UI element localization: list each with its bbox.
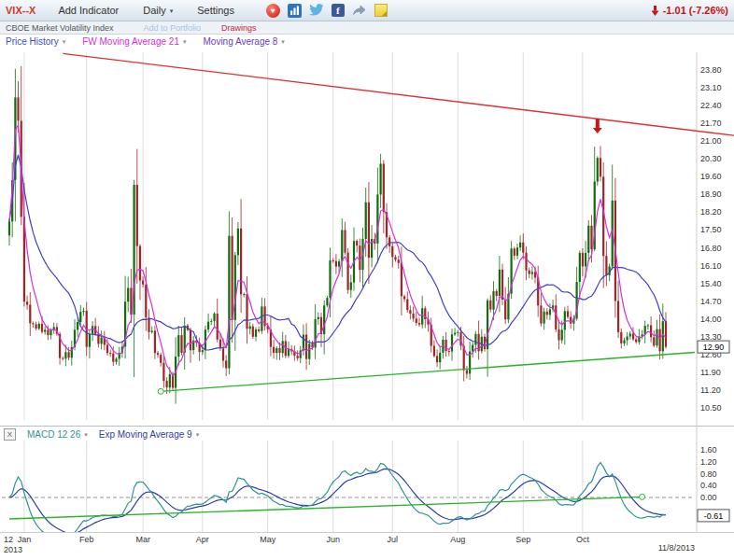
trendline — [161, 353, 695, 392]
svg-text:15.40: 15.40 — [700, 279, 722, 288]
candlesticks — [8, 66, 667, 404]
close-indicator-button[interactable]: X — [4, 428, 16, 441]
svg-text:21.00: 21.00 — [700, 136, 722, 146]
menu-timeframe[interactable]: Daily ▾ — [143, 5, 173, 16]
svg-text:0.80: 0.80 — [700, 469, 717, 479]
svg-text:18.20: 18.20 — [700, 207, 722, 217]
chevron-down-icon: ▾ — [84, 431, 88, 438]
legend-moving-average-8[interactable]: Moving Average 8 ▾ — [203, 36, 284, 47]
ticker-symbol[interactable]: VIX--X — [6, 5, 35, 16]
svg-text:Aug: Aug — [450, 535, 465, 544]
info-bar: CBOE Market Volatility Index Add to Port… — [0, 21, 734, 35]
svg-text:Oct: Oct — [576, 535, 590, 544]
svg-text:20.30: 20.30 — [700, 154, 722, 163]
legend-macd-label: MACD 12 26 — [27, 429, 80, 440]
legend-ma8-label: Moving Average 8 — [203, 36, 277, 47]
legend-price-history-label: Price History — [6, 36, 59, 47]
trendline — [63, 53, 734, 135]
svg-text:18.90: 18.90 — [700, 189, 722, 199]
chevron-down-icon: ▾ — [183, 38, 187, 45]
svg-text:-0.61: -0.61 — [704, 511, 724, 521]
svg-text:Jun: Jun — [326, 535, 340, 544]
twitter-icon[interactable] — [309, 4, 324, 17]
chevron-down-icon: ▾ — [63, 38, 66, 45]
toolbar-icons: ♥ — [266, 4, 388, 18]
svg-text:Sep: Sep — [515, 535, 530, 544]
svg-text:11/8/2013: 11/8/2013 — [658, 543, 695, 553]
svg-text:Feb: Feb — [79, 535, 94, 544]
svg-text:13.30: 13.30 — [700, 332, 722, 342]
svg-text:12: 12 — [4, 535, 13, 544]
svg-text:17.50: 17.50 — [700, 225, 722, 234]
svg-text:11.90: 11.90 — [700, 368, 721, 377]
svg-text:1.60: 1.60 — [700, 445, 717, 455]
legend-exp-moving-average-9[interactable]: Exp Moving Average 9 ▾ — [99, 429, 199, 440]
trendline-handle — [158, 388, 163, 394]
chart-canvas[interactable]: 23.8023.1022.4021.7021.0020.3019.6018.90… — [0, 0, 734, 560]
price-legend: Price History ▾ FW Moving Average 21 ▾ M… — [6, 36, 285, 47]
change-text: -1.01 (-7.26%) — [663, 5, 728, 16]
notes-icon[interactable] — [374, 4, 388, 17]
menu-settings[interactable]: Settings — [197, 5, 234, 16]
svg-text:16.10: 16.10 — [700, 261, 722, 271]
chevron-down-icon: ▾ — [170, 7, 174, 14]
svg-text:Mar: Mar — [135, 535, 150, 544]
svg-text:22.40: 22.40 — [700, 101, 722, 110]
svg-text:0.40: 0.40 — [700, 481, 717, 490]
popout-chart-icon[interactable] — [288, 4, 302, 18]
chevron-down-icon: ▾ — [196, 431, 200, 438]
drawings-link[interactable]: Drawings — [221, 23, 257, 33]
svg-text:11.20: 11.20 — [700, 385, 721, 395]
stock-charting-app: 23.8023.1022.4021.7021.0020.3019.6018.90… — [0, 0, 734, 560]
add-to-portfolio-link[interactable]: Add to Portfolio — [144, 23, 202, 33]
down-arrow-icon — [651, 6, 659, 16]
svg-text:14.70: 14.70 — [700, 297, 722, 306]
svg-text:Jan: Jan — [18, 535, 32, 544]
change-readout: -1.01 (-7.26%) — [651, 5, 728, 16]
top-toolbar: VIX--X Add Indicator Daily ▾ Settings ♥ … — [0, 0, 734, 21]
x-axis-labels: JanFebMarAprMayJunJulAugSepOct12201311/8… — [4, 535, 695, 554]
legend-macd[interactable]: MACD 12 26 ▾ — [27, 429, 88, 440]
svg-text:19.60: 19.60 — [700, 172, 722, 181]
svg-text:23.10: 23.10 — [700, 83, 722, 92]
legend-fwma21-label: FW Moving Average 21 — [82, 36, 179, 47]
svg-text:2013: 2013 — [4, 545, 22, 554]
menu-add-indicator[interactable]: Add Indicator — [58, 5, 119, 16]
svg-text:Jul: Jul — [388, 535, 399, 544]
svg-text:0.00: 0.00 — [700, 493, 717, 502]
svg-text:16.80: 16.80 — [700, 244, 722, 253]
svg-text:10.50: 10.50 — [700, 403, 722, 413]
macd-legend: X MACD 12 26 ▾ Exp Moving Average 9 ▾ — [4, 428, 199, 441]
svg-text:1.20: 1.20 — [700, 457, 717, 467]
down-arrow-annotation — [593, 119, 602, 133]
chevron-down-icon: ▾ — [281, 38, 285, 45]
svg-text:12.90: 12.90 — [703, 343, 725, 352]
share-icon[interactable] — [352, 4, 367, 17]
svg-text:14.00: 14.00 — [700, 315, 722, 324]
index-name: CBOE Market Volatility Index — [6, 23, 114, 33]
record-icon[interactable]: ♥ — [266, 4, 280, 18]
y-axis-labels: 23.8023.1022.4021.7021.0020.3019.6018.90… — [700, 65, 722, 502]
legend-fw-moving-average-21[interactable]: FW Moving Average 21 ▾ — [82, 36, 186, 47]
legend-price-history[interactable]: Price History ▾ — [6, 36, 65, 47]
svg-text:Apr: Apr — [196, 535, 209, 544]
svg-text:May: May — [260, 535, 276, 544]
svg-text:23.80: 23.80 — [700, 65, 722, 75]
facebook-icon[interactable] — [332, 4, 345, 17]
trendline-handle — [640, 494, 645, 499]
timeframe-label: Daily — [143, 5, 165, 16]
legend-ema9-label: Exp Moving Average 9 — [99, 429, 192, 440]
svg-text:21.70: 21.70 — [700, 119, 722, 128]
